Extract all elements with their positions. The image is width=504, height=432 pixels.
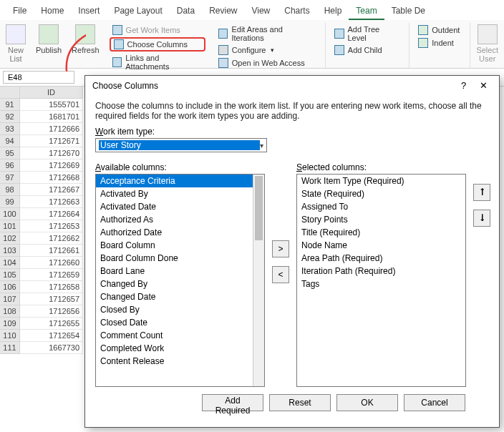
list-item[interactable]: State (Required): [297, 187, 465, 200]
cell-id[interactable]: 1712669: [20, 159, 83, 172]
list-item[interactable]: Tags: [297, 278, 465, 290]
configure-cmd[interactable]: Configure▾: [215, 44, 318, 56]
list-item[interactable]: Iteration Path (Required): [297, 265, 465, 278]
move-down-button[interactable]: 🠗: [473, 210, 490, 227]
row-number[interactable]: 100: [0, 208, 20, 220]
row-number[interactable]: 103: [0, 245, 20, 257]
cell-id[interactable]: 1555701: [20, 99, 83, 111]
move-right-button[interactable]: >: [272, 240, 289, 257]
list-item[interactable]: Comment Count: [96, 329, 264, 342]
choose-columns-cmd[interactable]: Choose Columns: [110, 37, 205, 51]
indent-cmd[interactable]: Indent: [415, 37, 462, 49]
cell-id[interactable]: 1712671: [20, 135, 83, 147]
cell-id[interactable]: 1712662: [20, 232, 83, 245]
list-item[interactable]: Acceptance Criteria: [96, 175, 264, 187]
list-item[interactable]: Authorized Date: [96, 226, 264, 239]
row-number[interactable]: 93: [0, 123, 20, 135]
reset-button[interactable]: Reset: [269, 394, 331, 411]
available-columns-list[interactable]: Acceptance CriteriaActivated ByActivated…: [95, 174, 265, 387]
add-required-button[interactable]: Add Required: [202, 394, 263, 411]
row-number[interactable]: 95: [0, 147, 20, 159]
row-number[interactable]: 111: [0, 342, 20, 354]
cell-id[interactable]: 1712657: [20, 293, 83, 305]
row-number[interactable]: 108: [0, 305, 20, 318]
cell-id[interactable]: 1712663: [20, 196, 83, 208]
list-item[interactable]: Changed By: [96, 278, 264, 290]
list-item[interactable]: Title (Required): [297, 226, 465, 239]
cell-id[interactable]: 1712670: [20, 147, 83, 159]
close-button[interactable]: ✕: [475, 80, 492, 91]
list-item[interactable]: Work Item Type (Required): [297, 175, 465, 187]
cell-id[interactable]: 1681701: [20, 111, 83, 123]
list-item[interactable]: Completed Work: [96, 342, 264, 355]
list-item[interactable]: Area Path (Required): [297, 252, 465, 265]
row-number[interactable]: 104: [0, 257, 20, 269]
name-box[interactable]: E48: [3, 71, 74, 84]
select-user-button[interactable]: Select User: [470, 23, 501, 68]
tab-home[interactable]: Home: [34, 3, 71, 20]
open-web-cmd[interactable]: Open in Web Access: [215, 57, 318, 69]
tab-file[interactable]: File: [6, 3, 34, 20]
row-number[interactable]: 91: [0, 99, 20, 111]
list-item[interactable]: Node Name: [297, 239, 465, 252]
tab-view[interactable]: View: [244, 3, 277, 20]
list-item[interactable]: Activated By: [96, 187, 264, 200]
list-item[interactable]: Board Lane: [96, 265, 264, 278]
cell-id[interactable]: 1712664: [20, 208, 83, 220]
add-child-cmd[interactable]: Add Child: [331, 44, 402, 56]
tab-charts[interactable]: Charts: [277, 3, 316, 20]
list-item[interactable]: Activated Date: [96, 200, 264, 213]
list-item[interactable]: Story Points: [297, 213, 465, 226]
tab-team[interactable]: Team: [349, 3, 384, 20]
cell-id[interactable]: 1712661: [20, 245, 83, 257]
row-number[interactable]: 109: [0, 318, 20, 330]
tab-table-de[interactable]: Table De: [384, 3, 432, 20]
cell-id[interactable]: 1712667: [20, 184, 83, 196]
move-up-button[interactable]: 🠕: [473, 184, 490, 201]
tab-help[interactable]: Help: [317, 3, 349, 20]
cell-id[interactable]: 1712654: [20, 330, 83, 342]
list-item[interactable]: Changed Date: [96, 290, 264, 303]
list-item[interactable]: Board Column Done: [96, 252, 264, 265]
row-number[interactable]: 92: [0, 111, 20, 123]
row-number[interactable]: 97: [0, 172, 20, 184]
tab-data[interactable]: Data: [170, 3, 202, 20]
cell-id[interactable]: 1712653: [20, 220, 83, 232]
cell-id[interactable]: 1712655: [20, 318, 83, 330]
get-work-items-cmd[interactable]: Get Work Items: [110, 24, 205, 36]
row-number[interactable]: 101: [0, 220, 20, 232]
row-number[interactable]: 107: [0, 293, 20, 305]
cell-id[interactable]: 1712659: [20, 269, 83, 281]
row-number[interactable]: 99: [0, 196, 20, 208]
edit-areas-cmd[interactable]: Edit Areas and Iterations: [215, 24, 318, 43]
row-number[interactable]: 106: [0, 281, 20, 293]
list-item[interactable]: Closed By: [96, 303, 264, 316]
cancel-button[interactable]: Cancel: [404, 394, 465, 411]
list-item[interactable]: Content Release: [96, 355, 264, 368]
row-number[interactable]: 96: [0, 159, 20, 172]
tab-page-layout[interactable]: Page Layout: [107, 3, 169, 20]
row-number[interactable]: 102: [0, 232, 20, 245]
row-number[interactable]: 98: [0, 184, 20, 196]
cell-id[interactable]: 1667730: [20, 342, 83, 354]
cell-id[interactable]: 1712656: [20, 305, 83, 318]
move-left-button[interactable]: <: [272, 266, 289, 283]
help-button[interactable]: ?: [455, 80, 472, 91]
links-attachments-cmd[interactable]: Links and Attachments: [110, 53, 205, 72]
new-list-button[interactable]: New List: [3, 23, 29, 68]
cell-id[interactable]: 1712668: [20, 172, 83, 184]
list-item[interactable]: Closed Date: [96, 316, 264, 329]
row-number[interactable]: 94: [0, 135, 20, 147]
scrollbar[interactable]: [253, 175, 264, 386]
add-tree-level-cmd[interactable]: Add Tree Level: [331, 24, 402, 43]
cell-id[interactable]: 1712666: [20, 123, 83, 135]
cell-id[interactable]: 1712658: [20, 281, 83, 293]
row-number[interactable]: 105: [0, 269, 20, 281]
list-item[interactable]: Board Column: [96, 239, 264, 252]
list-item[interactable]: Authorized As: [96, 213, 264, 226]
ok-button[interactable]: OK: [336, 394, 398, 411]
outdent-cmd[interactable]: Outdent: [415, 24, 462, 36]
work-item-type-combo[interactable]: User Story▾: [95, 138, 267, 152]
row-number[interactable]: 110: [0, 330, 20, 342]
selected-columns-list[interactable]: Work Item Type (Required)State (Required…: [296, 174, 466, 387]
